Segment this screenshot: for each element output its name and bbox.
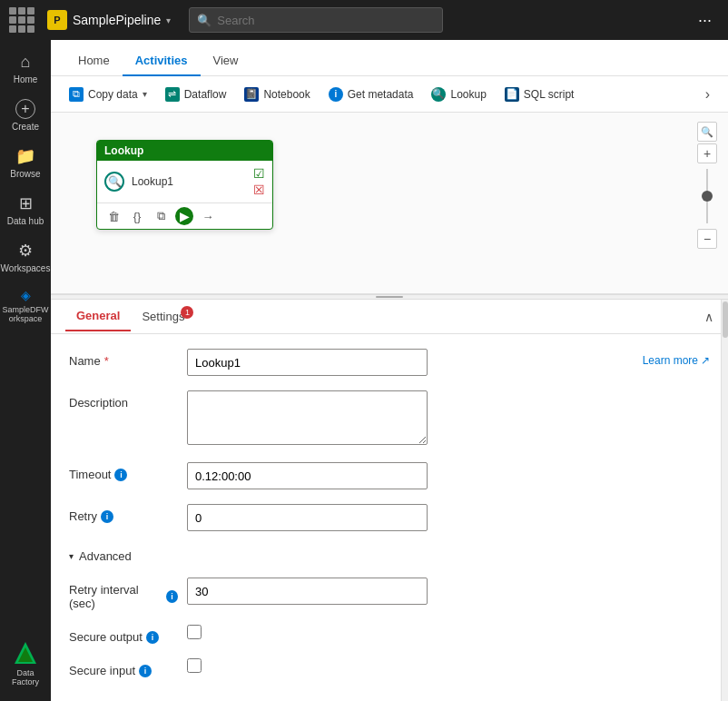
learn-more-link[interactable]: Learn more ↗ xyxy=(643,349,710,367)
tab-home[interactable]: Home xyxy=(65,46,123,76)
panel-tab-settings-badge: 1 xyxy=(181,306,193,319)
secure-input-label: Secure input i xyxy=(69,658,178,677)
retry-label: Retry i xyxy=(69,504,178,523)
sidebar-item-home[interactable]: ⌂ Home xyxy=(2,47,49,90)
main-area: Home Activities View ⧉ Copy data ▾ ⇌ Dat… xyxy=(51,40,728,701)
top-bar: P SamplePipeline ▾ 🔍 ··· xyxy=(0,0,728,40)
name-required-star: * xyxy=(104,354,109,368)
activity-header: Lookup xyxy=(97,141,272,161)
activity-run-icon[interactable]: ▶ xyxy=(175,207,193,225)
sidebar-item-workspaces-label: Workspaces xyxy=(1,263,51,273)
timeout-label: Timeout i xyxy=(69,462,178,481)
panel-tab-settings[interactable]: Settings 1 xyxy=(131,302,195,331)
secure-output-checkbox[interactable] xyxy=(187,625,202,639)
activity-name-label: Lookup1 xyxy=(132,175,246,188)
activity-copy-icon[interactable]: ⧉ xyxy=(152,207,170,225)
name-input-wrap xyxy=(187,349,634,376)
advanced-toggle[interactable]: ▾ Advanced xyxy=(69,546,710,567)
zoom-controls: 🔍 + − xyxy=(697,122,717,249)
activity-node-lookup[interactable]: Lookup 🔍 Lookup1 ☑ ☒ 🗑 {} ⧉ ▶ → xyxy=(96,140,273,230)
timeout-info-icon[interactable]: i xyxy=(114,469,127,481)
search-input[interactable] xyxy=(217,14,435,27)
workspaces-icon: ⚙ xyxy=(18,241,33,261)
canvas-area[interactable]: 🔍 + − Lookup 🔍 Lookup1 ☑ ☒ 🗑 {} xyxy=(51,113,728,294)
activity-success-check: ☑ xyxy=(253,166,265,181)
panel-scrollbar[interactable] xyxy=(721,300,728,701)
retry-input-wrap xyxy=(187,504,710,531)
timeout-form-row: Timeout i xyxy=(69,462,710,489)
create-icon: + xyxy=(15,99,35,119)
sidebar-item-workspaces[interactable]: ⚙ Workspaces xyxy=(2,235,49,279)
activity-expand-icon[interactable]: → xyxy=(199,207,217,225)
activity-lookup-icon: 🔍 xyxy=(104,172,124,192)
more-options-button[interactable]: ··· xyxy=(691,7,719,34)
notebook-button[interactable]: 📓 Notebook xyxy=(237,84,317,105)
retry-interval-input[interactable] xyxy=(187,578,428,605)
panel-tab-general[interactable]: General xyxy=(65,301,131,331)
zoom-slider-thumb xyxy=(702,191,713,202)
get-metadata-button[interactable]: i Get metadata xyxy=(321,84,421,105)
sidebar-item-browse[interactable]: 📁 Browse xyxy=(2,141,49,184)
tab-view[interactable]: View xyxy=(201,46,251,76)
lookup-button[interactable]: 🔍 Lookup xyxy=(424,84,493,105)
sql-script-button[interactable]: 📄 SQL script xyxy=(497,84,582,105)
secure-input-checkbox-wrap xyxy=(187,658,710,676)
toolbar-more-button[interactable]: › xyxy=(698,83,717,106)
sql-icon: 📄 xyxy=(505,87,519,102)
zoom-search-icon[interactable]: 🔍 xyxy=(697,122,717,142)
advanced-label: Advanced xyxy=(79,549,132,563)
advanced-section: ▾ Advanced xyxy=(69,546,710,567)
activity-delete-icon[interactable]: 🗑 xyxy=(104,207,123,225)
secure-input-checkbox[interactable] xyxy=(187,658,202,673)
description-textarea[interactable] xyxy=(187,390,428,445)
sidebar-item-create-label: Create xyxy=(12,122,39,132)
bottom-panel: General Settings 1 ∧ Name * Learn more xyxy=(51,300,728,701)
zoom-in-button[interactable]: + xyxy=(697,143,717,163)
sidebar-item-sampledfw-label: SampleDFW orkspace xyxy=(3,305,49,323)
form-area: Name * Learn more ↗ Description xyxy=(51,334,728,701)
activity-fail-check: ☒ xyxy=(253,183,265,197)
main-toolbar: ⧉ Copy data ▾ ⇌ Dataflow 📓 Notebook i Ge… xyxy=(51,76,728,113)
app-grid-icon[interactable] xyxy=(9,7,34,33)
sidebar-item-sampledfw[interactable]: ◈ SampleDFW orkspace xyxy=(2,282,49,329)
panel-tab-bar: General Settings 1 ∧ xyxy=(51,300,728,334)
search-icon: 🔍 xyxy=(197,14,212,27)
panel-collapse-button[interactable]: ∧ xyxy=(704,310,713,324)
zoom-out-button[interactable]: − xyxy=(697,229,717,249)
sidebar-item-datahub[interactable]: ⊞ Data hub xyxy=(2,188,49,232)
home-icon: ⌂ xyxy=(21,53,31,72)
advanced-chevron-icon: ▾ xyxy=(69,551,74,561)
sidebar-item-browse-label: Browse xyxy=(10,169,40,179)
retry-form-row: Retry i xyxy=(69,504,710,531)
name-input[interactable] xyxy=(187,349,428,376)
lookup-icon: 🔍 xyxy=(431,87,446,102)
retry-interval-info-icon[interactable]: i xyxy=(166,590,178,603)
activity-code-icon[interactable]: {} xyxy=(128,207,146,225)
pipeline-dropdown-chevron[interactable]: ▾ xyxy=(166,15,171,25)
secure-input-info-icon[interactable]: i xyxy=(139,665,152,677)
secure-output-form-row: Secure output i xyxy=(69,625,710,644)
copy-data-dropdown-arrow[interactable]: ▾ xyxy=(143,89,147,99)
name-form-row: Name * Learn more ↗ xyxy=(69,349,710,376)
secure-output-label: Secure output i xyxy=(69,625,178,644)
sidebar-item-datafactory[interactable]: Data Factory xyxy=(2,635,49,692)
secure-output-info-icon[interactable]: i xyxy=(146,631,159,644)
datafactory-icon xyxy=(13,640,38,666)
retry-interval-label: Retry interval (sec) i xyxy=(69,578,178,610)
retry-input[interactable] xyxy=(187,504,428,531)
timeout-input-wrap xyxy=(187,462,710,489)
zoom-slider[interactable] xyxy=(706,169,708,223)
retry-info-icon[interactable]: i xyxy=(101,510,113,523)
search-box[interactable]: 🔍 xyxy=(189,7,443,33)
retry-interval-input-wrap xyxy=(187,578,710,605)
tab-activities[interactable]: Activities xyxy=(123,46,201,76)
activity-checks: ☑ ☒ xyxy=(253,166,265,197)
copy-data-button[interactable]: ⧉ Copy data ▾ xyxy=(62,84,154,105)
sidebar-item-datahub-label: Data hub xyxy=(7,216,44,226)
sidebar-item-create[interactable]: + Create xyxy=(2,94,49,137)
dataflow-button[interactable]: ⇌ Dataflow xyxy=(158,84,234,105)
timeout-input[interactable] xyxy=(187,462,428,489)
get-metadata-icon: i xyxy=(329,87,343,102)
name-label: Name * xyxy=(69,349,178,368)
datafactory-label: Data Factory xyxy=(5,668,45,686)
